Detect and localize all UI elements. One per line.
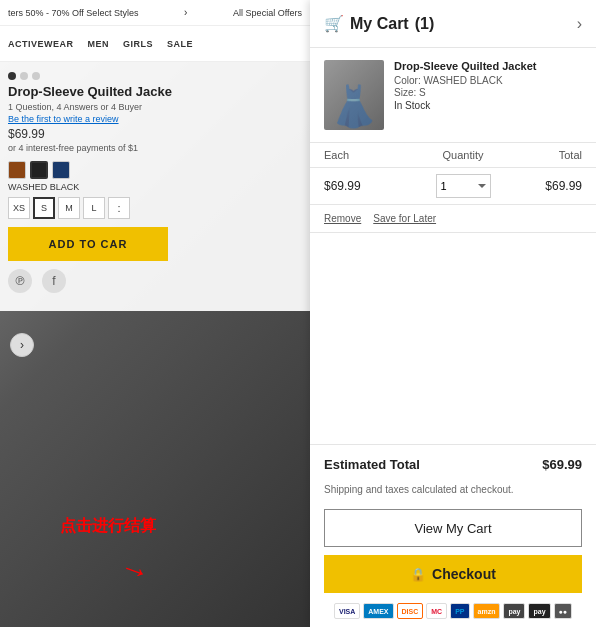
banner-text: ters 50% - 70% Off Select Styles (8, 8, 138, 18)
cart-item-image: 👗 (324, 60, 384, 130)
estimated-total-label: Estimated Total (324, 457, 420, 472)
banner-arrow[interactable]: › (184, 7, 187, 18)
lock-icon: 🔒 (410, 567, 426, 582)
discover-icon: DISC (397, 603, 424, 619)
cart-panel: 🛒 My Cart (1) › 👗 Drop-Sleeve Quilted Ja… (310, 0, 596, 627)
cart-title-text: My Cart (350, 15, 409, 33)
quantity-selector[interactable]: 1 2 3 4 5 (418, 174, 508, 198)
estimated-total-amount: $69.99 (542, 457, 582, 472)
item-image-person-icon: 👗 (329, 83, 379, 130)
nav-men[interactable]: MEN (88, 39, 110, 49)
cart-item: 👗 Drop-Sleeve Quilted Jacket Color: WASH… (310, 48, 596, 143)
item-total-price: $69.99 (532, 179, 582, 193)
cart-item-name: Drop-Sleeve Quilted Jacket (394, 60, 582, 72)
product-meta: 1 Question, 4 Answers or 4 Buyer (8, 102, 302, 112)
visa-icon: VISA (334, 603, 360, 619)
product-area: Drop-Sleeve Quilted Jacke 1 Question, 4 … (0, 62, 310, 627)
dot-indicators (8, 72, 302, 80)
item-each-price: $69.99 (324, 179, 394, 193)
swatch-black[interactable] (30, 161, 48, 179)
cart-estimated-total: Estimated Total $69.99 (310, 444, 596, 484)
add-to-cart-button[interactable]: ADD TO CAR (8, 227, 168, 261)
cart-actions: Remove Save for Later (310, 205, 596, 233)
payment-icons: VISA AMEX DISC MC PP amzn pay pay ●● (310, 599, 596, 627)
amazon-icon: amzn (473, 603, 501, 619)
cart-header: 🛒 My Cart (1) › (310, 0, 596, 48)
cart-spacer (310, 233, 596, 444)
dot-1 (8, 72, 16, 80)
product-info-overlay: Drop-Sleeve Quilted Jacke 1 Question, 4 … (0, 62, 310, 311)
product-installment: or 4 interest-free payments of $1 (8, 143, 302, 153)
cart-count: (1) (415, 15, 435, 33)
header-each: Each (324, 149, 394, 161)
payment-dark2-icon: pay (528, 603, 550, 619)
nav-bar: ACTIVEWEAR MEN GIRLS SALE (0, 26, 310, 62)
social-icons: ℗ f (8, 269, 302, 293)
size-l[interactable]: L (83, 197, 105, 219)
checkout-button-label: Checkout (432, 566, 496, 582)
view-cart-button[interactable]: View My Cart (324, 509, 582, 547)
nav-sale[interactable]: SALE (167, 39, 193, 49)
facebook-icon[interactable]: f (42, 269, 66, 293)
special-offers-text: All Special Offers (233, 8, 302, 18)
cart-item-size: Size: S (394, 87, 582, 98)
size-buttons: XS S M L : (8, 197, 302, 219)
product-price: $69.99 (8, 127, 302, 141)
quantity-dropdown[interactable]: 1 2 3 4 5 (436, 174, 491, 198)
cart-table-header: Each Quantity Total (310, 143, 596, 168)
save-for-later-button[interactable]: Save for Later (373, 213, 436, 224)
shipping-note: Shipping and taxes calculated at checkou… (310, 484, 596, 505)
cart-item-color: Color: WASHED BLACK (394, 75, 582, 86)
cart-item-details: Drop-Sleeve Quilted Jacket Color: WASHED… (394, 60, 582, 130)
header-total: Total (532, 149, 582, 161)
mastercard-icon: MC (426, 603, 447, 619)
size-xs[interactable]: XS (8, 197, 30, 219)
payment-dark3-icon: ●● (554, 603, 572, 619)
dot-2 (20, 72, 28, 80)
payment-dark1-icon: pay (503, 603, 525, 619)
cart-item-stock: In Stock (394, 100, 582, 111)
remove-button[interactable]: Remove (324, 213, 361, 224)
cart-values-row: $69.99 1 2 3 4 5 $69.99 (310, 168, 596, 205)
swatch-label: WASHED BLACK (8, 182, 302, 192)
color-swatches (8, 161, 302, 179)
nav-girls[interactable]: GIRLS (123, 39, 153, 49)
header-quantity: Quantity (418, 149, 508, 161)
cart-title: 🛒 My Cart (1) (324, 14, 434, 33)
review-link[interactable]: Be the first to write a review (8, 114, 302, 124)
product-title: Drop-Sleeve Quilted Jacke (8, 84, 302, 99)
paypal-icon: PP (450, 603, 469, 619)
cart-close-button[interactable]: › (577, 15, 582, 33)
size-s[interactable]: S (33, 197, 55, 219)
dot-3 (32, 72, 40, 80)
cart-icon: 🛒 (324, 14, 344, 33)
top-banner: ters 50% - 70% Off Select Styles › All S… (0, 0, 310, 26)
swatch-navy[interactable] (52, 161, 70, 179)
amex-icon: AMEX (363, 603, 393, 619)
product-page: ters 50% - 70% Off Select Styles › All S… (0, 0, 310, 627)
image-prev-arrow[interactable]: › (10, 333, 34, 357)
nav-activewear[interactable]: ACTIVEWEAR (8, 39, 74, 49)
pinterest-icon[interactable]: ℗ (8, 269, 32, 293)
size-m[interactable]: M (58, 197, 80, 219)
annotation-chinese: 点击进行结算 (60, 516, 156, 537)
swatch-brown[interactable] (8, 161, 26, 179)
checkout-button[interactable]: 🔒 Checkout (324, 555, 582, 593)
size-more[interactable]: : (108, 197, 130, 219)
